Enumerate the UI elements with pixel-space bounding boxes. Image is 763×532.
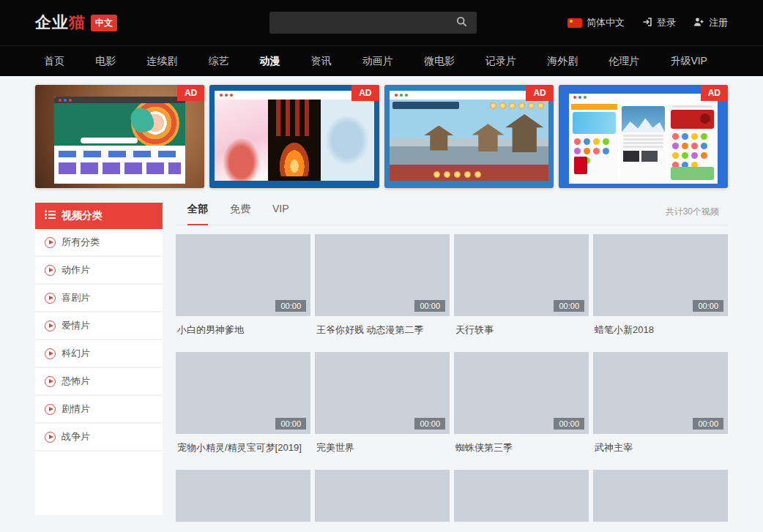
sidebar-item-label: 所有分类 <box>62 236 100 249</box>
video-card[interactable]: 00:00王爷你好贱 动态漫第二季 <box>315 234 450 352</box>
video-card[interactable]: 00:00小白的男神爹地 <box>176 234 310 352</box>
video-card[interactable]: 00:00完美世界 <box>315 352 450 470</box>
sidebar-item-6[interactable]: 恐怖片 <box>35 368 163 396</box>
video-title: 王爷你好贱 动态漫第二季 <box>316 323 448 337</box>
banner-art <box>54 103 185 146</box>
nav-item-12[interactable]: 升级VIP <box>670 55 707 68</box>
sidebar-item-1[interactable]: 所有分类 <box>35 229 163 257</box>
banner-art <box>220 94 233 97</box>
tab-2[interactable]: 免费 <box>230 203 250 225</box>
banner-art <box>395 94 408 97</box>
banner-art <box>573 96 587 99</box>
register-label: 注册 <box>709 16 728 29</box>
play-circle-icon <box>45 376 56 387</box>
sidebar-item-2[interactable]: 动作片 <box>35 257 163 285</box>
login-label: 登录 <box>657 16 676 29</box>
duration-badge: 00:00 <box>693 300 723 312</box>
play-circle-icon <box>45 265 56 276</box>
nav-item-5[interactable]: 动漫 <box>260 55 280 68</box>
video-thumbnail <box>593 470 728 522</box>
video-thumbnail: 00:00 <box>593 352 728 434</box>
video-card[interactable] <box>315 470 450 522</box>
category-sidebar: 视频分类 所有分类动作片喜剧片爱情片科幻片恐怖片剧情片战争片 <box>35 203 163 515</box>
video-card[interactable]: 00:00蜘蛛侠第三季 <box>454 352 589 470</box>
sidebar-item-label: 爱情片 <box>62 319 90 332</box>
nav-item-8[interactable]: 微电影 <box>424 55 455 68</box>
ad-badge: AD <box>351 85 379 101</box>
video-thumbnail: 00:00 <box>176 234 310 316</box>
ad-banner-1[interactable]: AD <box>35 85 204 188</box>
sidebar-item-4[interactable]: 爱情片 <box>35 312 163 340</box>
video-card[interactable]: 00:00宠物小精灵/精灵宝可梦[2019] <box>176 352 310 470</box>
search-bar <box>269 12 477 34</box>
login-icon <box>642 17 652 29</box>
login-link[interactable]: 登录 <box>642 16 676 29</box>
video-card[interactable] <box>454 470 589 522</box>
video-title: 宠物小精灵/精灵宝可梦[2019] <box>177 441 309 454</box>
ad-banner-2[interactable]: AD <box>209 85 379 188</box>
sidebar-item-label: 科幻片 <box>62 347 90 360</box>
video-thumbnail: 00:00 <box>176 352 310 434</box>
video-thumbnail: 00:00 <box>315 352 450 434</box>
ad-banner-3[interactable]: AD <box>384 85 554 188</box>
video-thumbnail: 00:00 <box>593 234 728 316</box>
play-circle-icon <box>45 237 56 248</box>
play-circle-icon <box>45 348 56 359</box>
nav-item-11[interactable]: 伦理片 <box>608 55 639 68</box>
sidebar-item-8[interactable]: 战争片 <box>35 424 163 452</box>
ad-badge: AD <box>701 85 728 101</box>
video-card[interactable]: 00:00武神主宰 <box>593 352 728 470</box>
tab-1[interactable]: 全部 <box>187 203 208 225</box>
logo-text-primary: 企业 <box>35 12 69 34</box>
sidebar-item-3[interactable]: 喜剧片 <box>35 285 163 312</box>
nav-items-container: 首页电影连续剧综艺动漫资讯动画片微电影记录片海外剧伦理片升级VIP <box>35 46 728 77</box>
register-link[interactable]: 注册 <box>693 16 728 29</box>
search-button[interactable] <box>446 12 477 34</box>
duration-badge: 00:00 <box>414 300 445 312</box>
play-circle-icon <box>45 404 56 415</box>
logo-text-accent: 猫 <box>69 12 86 34</box>
duration-badge: 00:00 <box>554 418 584 430</box>
top-header: 企业猫 中文 简体中文 登录 <box>0 0 763 45</box>
video-thumbnail <box>176 470 310 522</box>
video-thumbnail: 00:00 <box>454 352 589 434</box>
search-input[interactable] <box>269 12 446 34</box>
sidebar-item-label: 剧情片 <box>62 402 90 416</box>
nav-item-2[interactable]: 电影 <box>95 55 116 68</box>
video-card[interactable]: 00:00蜡笔小新2018 <box>593 234 728 352</box>
nav-item-10[interactable]: 海外剧 <box>547 55 578 68</box>
banner-art <box>569 102 718 184</box>
sidebar-item-5[interactable]: 科幻片 <box>35 340 163 368</box>
nav-item-3[interactable]: 连续剧 <box>146 55 177 68</box>
video-title: 蜡笔小新2018 <box>595 323 726 337</box>
site-logo[interactable]: 企业猫 中文 <box>35 12 117 34</box>
sidebar-item-label: 动作片 <box>62 263 90 277</box>
play-circle-icon <box>45 321 56 331</box>
video-grid: 00:00小白的男神爹地00:00王爷你好贱 动态漫第二季00:00天行轶事00… <box>176 234 728 522</box>
nav-item-9[interactable]: 记录片 <box>485 55 516 68</box>
sidebar-item-label: 战争片 <box>62 430 90 443</box>
tab-3[interactable]: VIP <box>272 203 289 225</box>
main-nav: 首页电影连续剧综艺动漫资讯动画片微电影记录片海外剧伦理片升级VIP <box>0 45 763 76</box>
filter-tabs: 全部免费VIP共计30个视频 <box>176 203 728 225</box>
nav-item-6[interactable]: 资讯 <box>311 55 332 68</box>
language-switch[interactable]: 简体中文 <box>567 16 625 29</box>
duration-badge: 00:00 <box>693 418 723 430</box>
china-flag-icon <box>567 18 582 28</box>
video-card[interactable] <box>176 470 310 522</box>
sidebar-item-7[interactable]: 剧情片 <box>35 396 163 424</box>
video-title: 蜘蛛侠第三季 <box>455 441 587 454</box>
video-card[interactable]: 00:00天行轶事 <box>454 234 589 352</box>
nav-item-4[interactable]: 综艺 <box>208 55 228 68</box>
search-icon <box>456 16 467 29</box>
nav-item-1[interactable]: 首页 <box>44 55 64 68</box>
video-card[interactable] <box>593 470 728 522</box>
duration-badge: 00:00 <box>275 418 306 430</box>
ad-banner-row: AD AD AD <box>35 85 728 188</box>
list-icon <box>45 210 56 222</box>
ad-badge: AD <box>177 85 204 101</box>
nav-item-7[interactable]: 动画片 <box>362 55 393 68</box>
ad-badge: AD <box>526 85 553 101</box>
ad-banner-4[interactable]: AD <box>559 85 728 188</box>
duration-badge: 00:00 <box>414 418 445 430</box>
